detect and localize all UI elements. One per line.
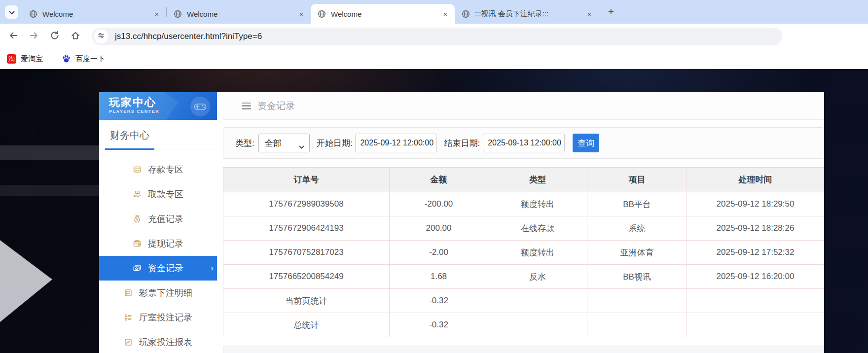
sidebar-item-5[interactable]: 资金记录›	[99, 256, 217, 281]
sidebar-item-7[interactable]: 厅室投注记录›	[99, 305, 217, 330]
withdrawal-record-icon	[133, 239, 142, 248]
bookmark-label: 爱淘宝	[21, 54, 43, 64]
reload-icon	[50, 31, 60, 42]
tune-icon	[97, 32, 105, 41]
address-bar[interactable]: js13.cc/hhcp/usercenter.html?iniType=6	[92, 28, 782, 45]
table-cell: 2025-09-12 18:29:50	[687, 192, 824, 216]
bookmark-baidu[interactable]: 百度一下	[62, 54, 105, 64]
sidebar-item-label: 玩家投注报表	[139, 336, 192, 348]
globe-favicon-icon	[174, 10, 182, 18]
table-cell	[687, 313, 824, 337]
site-settings-chip[interactable]	[94, 30, 108, 43]
filter-panel: 类型: 全部 开始日期: 结束日期: 查询	[223, 127, 824, 159]
tab-close-icon[interactable]: ×	[297, 9, 306, 18]
table-cell: -200.00	[390, 192, 488, 216]
sidebar-item-3[interactable]: 充值记录›	[99, 207, 217, 231]
url-text: js13.cc/hhcp/usercenter.html?iniType=6	[115, 32, 262, 41]
sidebar-item-2[interactable]: 取款专区›	[99, 182, 217, 207]
home-icon	[71, 31, 80, 42]
type-select[interactable]: 全部	[258, 134, 310, 152]
globe-favicon-icon	[462, 10, 470, 18]
table-cell: 1757665200854249	[223, 265, 390, 289]
app-wrapper: 玩家中心 PLAYERS CENTER 财务中心 存款专区›取款专区›充值记录›…	[99, 92, 824, 353]
table-cell	[488, 289, 587, 313]
table-cell: 1757672906424193	[223, 216, 390, 241]
new-tab-button[interactable]: +	[604, 5, 618, 19]
sidebar-item-label: 提现记录	[148, 238, 183, 249]
sidebar-section-title: 财务中心	[99, 129, 217, 149]
sidebar-item-8[interactable]: 玩家投注报表›	[99, 330, 217, 353]
table-row: 1757672906424193200.00在线存款系统2025-09-12 1…	[223, 216, 824, 241]
tab[interactable]: Welcome×	[22, 4, 166, 24]
hall-bet-icon	[124, 313, 133, 322]
page-title: 资金记录	[257, 100, 295, 112]
start-date-input[interactable]	[355, 134, 437, 152]
table-cell: 当前页统计	[223, 289, 390, 313]
column-header: 金额	[390, 168, 488, 192]
globe-favicon-icon	[29, 10, 37, 18]
column-header: 类型	[488, 168, 587, 192]
hamburger-icon[interactable]	[242, 103, 251, 109]
column-header: 项目	[587, 168, 687, 192]
tab-search-button[interactable]	[5, 5, 18, 19]
taobao-icon: 淘	[7, 54, 16, 64]
tab-separator	[599, 7, 599, 17]
sidebar-item-label: 资金记录	[148, 262, 183, 274]
home-button[interactable]	[67, 28, 84, 45]
tab-title: Welcome	[187, 10, 294, 18]
funds-table-panel: 订单号金额类型项目处理时间 1757672989039508-200.00额度转…	[223, 167, 824, 337]
sidebar: 玩家中心 PLAYERS CENTER 财务中心 存款专区›取款专区›充值记录›…	[99, 92, 217, 353]
recharge-record-icon	[133, 214, 142, 223]
back-arrow-icon	[8, 31, 18, 42]
table-cell: 2025-09-12 17:52:32	[687, 241, 824, 265]
sidebar-item-label: 充值记录	[148, 213, 183, 225]
bookmark-aitaobao[interactable]: 淘 爱淘宝	[7, 54, 43, 64]
table-cell: 反水	[488, 265, 587, 289]
sidebar-menu: 存款专区›取款专区›充值记录›提现记录›资金记录›彩票下注明细›厅室投注记录›玩…	[99, 157, 217, 353]
globe-favicon-icon	[318, 10, 326, 18]
sidebar-item-label: 存款专区	[148, 164, 183, 176]
funds-record-icon	[133, 264, 142, 273]
tab[interactable]: :::视讯 会员下注纪录:::×	[455, 4, 599, 24]
sidebar-item-1[interactable]: 存款专区›	[99, 157, 217, 182]
tab[interactable]: Welcome×	[167, 4, 311, 24]
tab-active[interactable]: Welcome×	[311, 4, 455, 24]
search-button[interactable]: 查询	[573, 134, 599, 152]
table-cell: 1.68	[390, 265, 488, 289]
type-label: 类型:	[235, 138, 254, 149]
sidebar-item-4[interactable]: 提现记录›	[99, 231, 217, 256]
table-cell	[587, 289, 687, 313]
table-row: 1757672989039508-200.00额度转出BB平台2025-09-1…	[223, 192, 824, 216]
table-cell: -2.00	[390, 241, 488, 265]
table-cell: 200.00	[390, 216, 488, 241]
table-cell: 总统计	[223, 313, 390, 337]
players-center-banner: 玩家中心 PLAYERS CENTER	[99, 92, 217, 120]
background-streak	[0, 185, 99, 196]
table-header-row: 订单号金额类型项目处理时间	[223, 168, 824, 192]
reload-button[interactable]	[46, 28, 63, 45]
main-content: 资金记录 类型: 全部 开始日期: 结束日期: 查询 订单号金额类型项目处理时间…	[223, 92, 824, 353]
withdraw-icon	[133, 190, 142, 199]
forward-button[interactable]	[26, 28, 42, 45]
bookmarks-bar: 淘 爱淘宝 百度一下	[0, 49, 868, 69]
sidebar-item-6[interactable]: 彩票下注明细›	[99, 281, 217, 305]
lottery-detail-icon	[124, 288, 133, 297]
player-report-icon	[124, 338, 133, 347]
content-header: 资金记录	[223, 92, 824, 120]
table-cell: 1757672989039508	[223, 192, 390, 216]
tab-close-icon[interactable]: ×	[441, 9, 450, 18]
table-cell: -0.32	[390, 313, 488, 337]
tab-title: Welcome	[331, 10, 438, 18]
tab-close-icon[interactable]: ×	[585, 9, 594, 18]
tab-title: :::视讯 会员下注纪录:::	[475, 9, 582, 19]
sidebar-item-label: 厅室投注记录	[139, 312, 192, 323]
tab-close-icon[interactable]: ×	[152, 9, 161, 18]
table-cell: 亚洲体育	[587, 241, 687, 265]
back-button[interactable]	[5, 28, 22, 45]
type-select-value: 全部	[265, 138, 299, 149]
end-date-input[interactable]	[483, 134, 565, 152]
forward-arrow-icon	[29, 31, 39, 42]
gamepad-icon	[190, 97, 210, 116]
table-cell: 2025-09-12 18:28:26	[687, 216, 824, 241]
table-cell	[488, 313, 587, 337]
